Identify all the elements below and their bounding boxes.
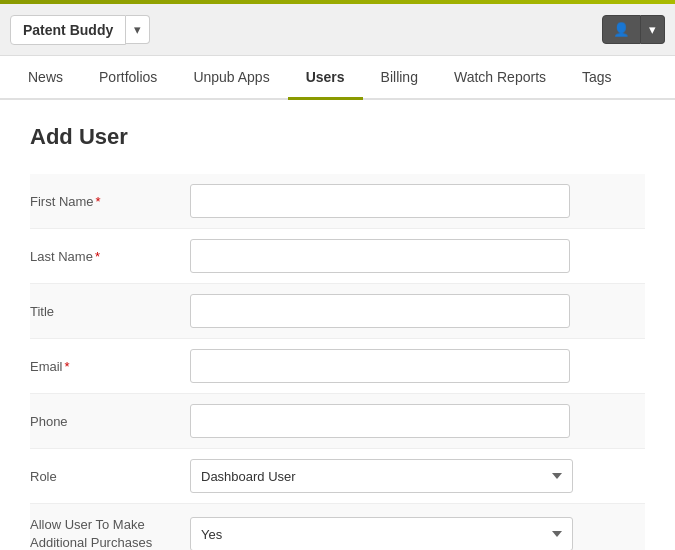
tab-watch-reports[interactable]: Watch Reports <box>436 56 564 100</box>
first-name-row: First Name* <box>30 174 645 229</box>
allow-purchases-select[interactable]: Yes No <box>190 517 573 550</box>
phone-input-cell <box>190 394 645 449</box>
title-input[interactable] <box>190 294 570 328</box>
last-name-input[interactable] <box>190 239 570 273</box>
tab-unpub-apps[interactable]: Unpub Apps <box>175 56 287 100</box>
nav-tabs: News Portfolios Unpub Apps Users Billing… <box>0 56 675 100</box>
add-user-form: First Name* Last Name* Title <box>30 174 645 550</box>
allow-purchases-input-cell: Yes No <box>190 504 645 551</box>
page-title: Add User <box>30 124 645 150</box>
brand-dropdown-button[interactable]: ▾ <box>126 15 150 44</box>
role-input-cell: Dashboard User Admin <box>190 449 645 504</box>
first-name-input-cell <box>190 174 645 229</box>
last-name-label: Last Name* <box>30 229 190 284</box>
phone-input[interactable] <box>190 404 570 438</box>
role-row: Role Dashboard User Admin <box>30 449 645 504</box>
phone-label: Phone <box>30 394 190 449</box>
last-name-required: * <box>95 249 100 264</box>
brand-chevron-icon: ▾ <box>134 22 141 37</box>
user-icon: 👤 <box>613 22 630 37</box>
allow-purchases-label: Allow User To Make Additional Purchases <box>30 504 190 551</box>
tab-news[interactable]: News <box>10 56 81 100</box>
email-label: Email* <box>30 339 190 394</box>
email-required: * <box>65 359 70 374</box>
user-icon-button[interactable]: 👤 <box>602 15 641 44</box>
last-name-input-cell <box>190 229 645 284</box>
email-input-cell <box>190 339 645 394</box>
allow-purchases-row: Allow User To Make Additional Purchases … <box>30 504 645 551</box>
brand-button[interactable]: Patent Buddy <box>10 15 126 45</box>
first-name-required: * <box>96 194 101 209</box>
first-name-label: First Name* <box>30 174 190 229</box>
tab-billing[interactable]: Billing <box>363 56 436 100</box>
phone-row: Phone <box>30 394 645 449</box>
email-input[interactable] <box>190 349 570 383</box>
email-row: Email* <box>30 339 645 394</box>
first-name-input[interactable] <box>190 184 570 218</box>
user-chevron-icon: ▾ <box>649 22 656 37</box>
tab-users[interactable]: Users <box>288 56 363 100</box>
tab-portfolios[interactable]: Portfolios <box>81 56 175 100</box>
page-content: Add User First Name* Last Name* <box>0 100 675 550</box>
role-label: Role <box>30 449 190 504</box>
tab-tags[interactable]: Tags <box>564 56 630 100</box>
brand-section: Patent Buddy ▾ <box>10 15 150 45</box>
last-name-row: Last Name* <box>30 229 645 284</box>
user-section: 👤 ▾ <box>602 15 665 44</box>
title-label: Title <box>30 284 190 339</box>
title-row: Title <box>30 284 645 339</box>
top-bar: Patent Buddy ▾ 👤 ▾ <box>0 4 675 56</box>
user-dropdown-button[interactable]: ▾ <box>641 15 665 44</box>
title-input-cell <box>190 284 645 339</box>
role-select[interactable]: Dashboard User Admin <box>190 459 573 493</box>
